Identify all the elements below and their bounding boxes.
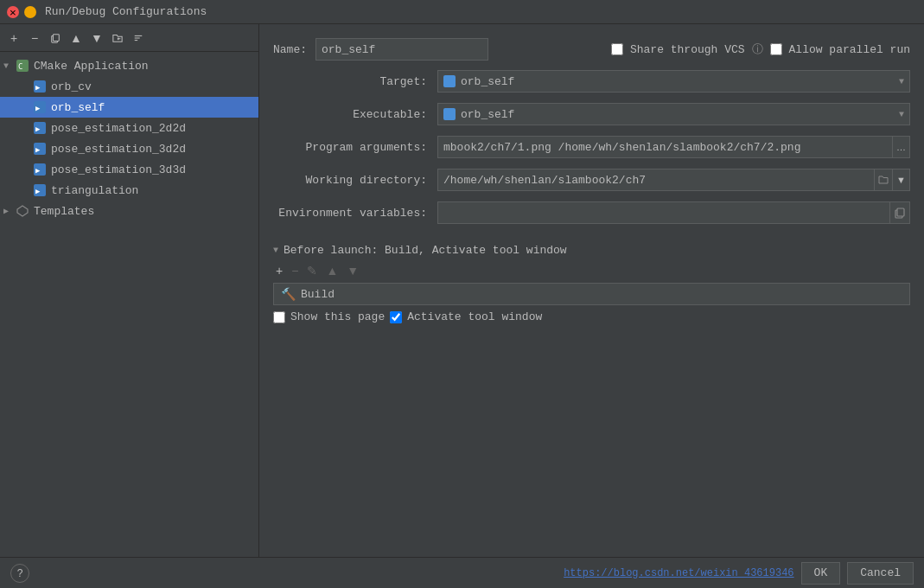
- name-input[interactable]: [315, 38, 488, 61]
- target-label: Target:: [273, 75, 437, 88]
- pose-2d2d-icon: ▶: [33, 121, 47, 135]
- before-launch-toolbar: + − ✎ ▲ ▼: [273, 262, 910, 279]
- before-launch-label: Before launch: Build, Activate tool wind…: [284, 244, 567, 257]
- cmake-group-icon: C: [16, 59, 29, 73]
- tree-item-orb-self[interactable]: ▶ orb_self: [0, 97, 258, 118]
- before-launch-up-button[interactable]: ▲: [323, 262, 341, 279]
- svg-marker-19: [17, 206, 28, 216]
- show-page-label: Show this page: [290, 310, 385, 323]
- remove-config-button[interactable]: −: [26, 29, 43, 47]
- templates-icon: [16, 204, 29, 218]
- share-vcs-label: Share through VCS: [630, 43, 745, 56]
- env-vars-input[interactable]: [437, 201, 890, 224]
- title-bar: × Run/Debug Configurations: [0, 0, 924, 24]
- templates-expand-arrow: ▶: [3, 206, 16, 216]
- cmake-application-label: CMake Application: [34, 60, 149, 73]
- svg-text:▶: ▶: [35, 145, 41, 154]
- svg-text:▶: ▶: [35, 83, 41, 92]
- svg-text:▶: ▶: [35, 187, 41, 195]
- executable-row: Executable: orb_self ▼: [273, 102, 910, 126]
- show-page-row: Show this page Activate tool window: [273, 310, 910, 323]
- build-hammer-icon: 🔨: [281, 287, 296, 302]
- tree-item-pose-2d2d[interactable]: ▶ pose_estimation_2d2d: [0, 118, 258, 138]
- executable-label: Executable:: [273, 108, 437, 121]
- activate-tool-window-checkbox[interactable]: [390, 311, 402, 323]
- build-item[interactable]: 🔨 Build: [273, 283, 910, 305]
- target-dropdown[interactable]: orb_self ▼: [437, 70, 910, 93]
- target-dropdown-arrow: ▼: [899, 77, 904, 86]
- cancel-button[interactable]: Cancel: [847, 562, 914, 585]
- window-controls: ×: [7, 6, 36, 18]
- program-args-label: Program arguments:: [273, 141, 437, 154]
- before-launch-remove-button[interactable]: −: [289, 262, 301, 279]
- executable-control: orb_self ▼: [437, 103, 910, 125]
- program-args-browse-button[interactable]: …: [893, 136, 910, 158]
- add-config-button[interactable]: +: [5, 29, 22, 47]
- program-args-input[interactable]: [437, 136, 893, 158]
- orb-cv-icon: ▶: [33, 80, 47, 93]
- show-page-checkbox[interactable]: [273, 311, 285, 323]
- cmake-expand-arrow: ▼: [3, 61, 16, 71]
- templates-label: Templates: [34, 205, 94, 218]
- pose-2d2d-label: pose_estimation_2d2d: [51, 122, 186, 135]
- before-launch-add-button[interactable]: +: [273, 262, 285, 279]
- config-tree: ▼ C CMake Application ▶ orb_cv ▶: [0, 52, 258, 588]
- executable-dropdown-value: orb_self: [461, 108, 899, 121]
- move-up-button[interactable]: ▲: [67, 29, 85, 47]
- program-args-row: Program arguments: …: [273, 135, 910, 159]
- working-dir-arrow-button[interactable]: ▼: [893, 169, 910, 191]
- triangulation-icon: ▶: [33, 183, 47, 197]
- svg-text:C: C: [18, 62, 22, 71]
- close-button[interactable]: ×: [7, 6, 19, 18]
- left-panel: + − ▲ ▼ ▼ C CMake Application: [0, 24, 259, 588]
- before-launch-down-button[interactable]: ▼: [344, 262, 361, 279]
- help-button[interactable]: ?: [10, 564, 29, 583]
- vcs-section: Share through VCS ⓘ Allow parallel run: [611, 42, 910, 57]
- working-dir-row: Working directory: ▼: [273, 168, 910, 192]
- target-dropdown-value: orb_self: [461, 75, 899, 88]
- svg-text:▶: ▶: [35, 125, 41, 133]
- tree-item-templates[interactable]: ▶ Templates: [0, 201, 258, 221]
- sort-button[interactable]: [130, 29, 147, 47]
- url-link[interactable]: https://blog.csdn.net/weixin_43619346: [564, 567, 793, 579]
- before-launch-header: ▼ Before launch: Build, Activate tool wi…: [273, 244, 910, 257]
- triangulation-label: triangulation: [51, 184, 138, 197]
- executable-dropdown[interactable]: orb_self ▼: [437, 103, 910, 125]
- pose-3d2d-icon: ▶: [33, 142, 47, 156]
- svg-rect-1: [53, 34, 59, 41]
- working-dir-folder-button[interactable]: [875, 169, 893, 191]
- separator: [273, 233, 910, 240]
- tree-item-triangulation[interactable]: ▶ triangulation: [0, 180, 258, 201]
- main-layout: + − ▲ ▼ ▼ C CMake Application: [0, 24, 924, 588]
- working-dir-input[interactable]: [437, 169, 875, 191]
- copy-config-button[interactable]: [47, 29, 64, 47]
- vcs-help-icon: ⓘ: [752, 42, 763, 57]
- activate-tool-window-label: Activate tool window: [407, 310, 542, 323]
- header-row: Name: Share through VCS ⓘ Allow parallel…: [273, 38, 910, 61]
- tree-item-pose-3d3d[interactable]: ▶ pose_estimation_3d3d: [0, 159, 258, 180]
- svg-text:▶: ▶: [35, 166, 41, 175]
- bottom-bar: ? https://blog.csdn.net/weixin_43619346 …: [0, 557, 924, 588]
- tree-item-orb-cv[interactable]: ▶ orb_cv: [0, 76, 258, 97]
- working-dir-control: ▼: [437, 169, 910, 191]
- move-down-button[interactable]: ▼: [88, 29, 105, 47]
- move-to-folder-button[interactable]: [109, 29, 126, 47]
- before-launch-edit-button[interactable]: ✎: [304, 262, 320, 279]
- env-vars-copy-button[interactable]: [890, 201, 910, 224]
- build-label: Build: [301, 288, 335, 301]
- share-vcs-checkbox[interactable]: [611, 43, 623, 55]
- ok-button[interactable]: OK: [801, 562, 841, 585]
- minimize-button[interactable]: [24, 6, 36, 18]
- orb-cv-label: orb_cv: [51, 80, 92, 93]
- before-launch-section: ▼ Before launch: Build, Activate tool wi…: [273, 244, 910, 323]
- target-control: orb_self ▼: [437, 70, 910, 93]
- bottom-right: https://blog.csdn.net/weixin_43619346 OK…: [564, 562, 914, 585]
- allow-parallel-checkbox[interactable]: [770, 43, 782, 55]
- dialog-title: Run/Debug Configurations: [45, 5, 207, 18]
- executable-dropdown-icon: [443, 108, 456, 120]
- tree-item-cmake-application[interactable]: ▼ C CMake Application: [0, 55, 258, 76]
- tree-item-pose-3d2d[interactable]: ▶ pose_estimation_3d2d: [0, 138, 258, 159]
- orb-self-label: orb_self: [51, 101, 105, 114]
- env-vars-control: [437, 201, 910, 224]
- orb-self-icon: ▶: [33, 100, 47, 114]
